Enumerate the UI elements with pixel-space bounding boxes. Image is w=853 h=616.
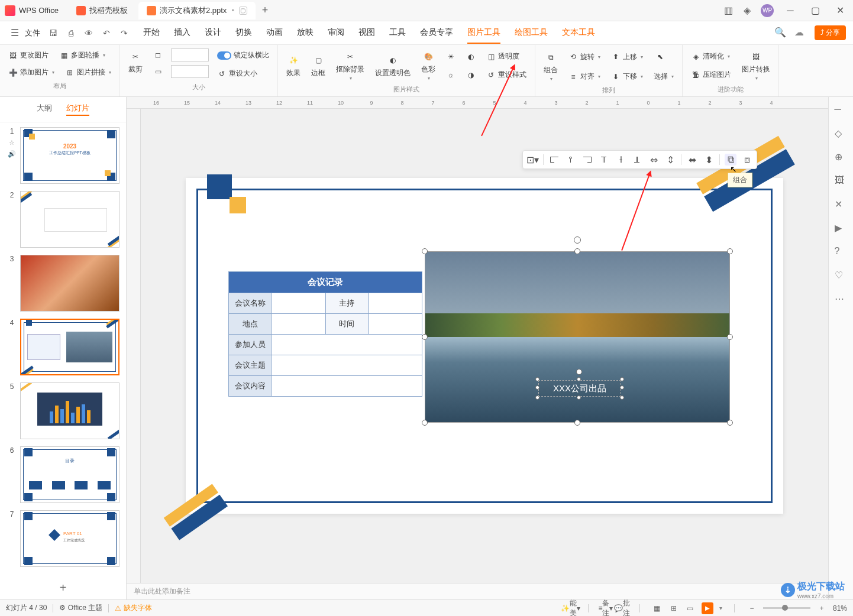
tab-template[interactable]: 找稻壳模板 [68,2,136,20]
resize-handle[interactable] [535,385,539,390]
theme-indicator[interactable]: ⚙ Office 主题 [59,603,102,613]
missing-font-warning[interactable]: ⚠ 缺失字体 [115,603,152,613]
view-sorter-icon[interactable]: ⊞ [668,603,679,614]
image-tools-icon[interactable]: 🖼 [835,175,848,188]
resize-handle[interactable] [422,420,428,426]
settings-icon[interactable]: ✕ [835,199,848,212]
tab-document[interactable]: 演示文稿素材2.pptx • ▢ [138,2,256,20]
ft-crop-icon[interactable]: ⊡▾ [526,154,538,166]
zoom-in-icon[interactable]: + [816,603,827,614]
zoom-out-icon[interactable]: − [747,603,757,614]
layout-icon[interactable]: ▥ [723,5,734,16]
add-picture-button[interactable]: ➕添加图片▾ [6,66,57,79]
search-icon[interactable]: 🔍 [774,27,787,40]
slide-thumb-3[interactable] [20,255,119,312]
convert-button[interactable]: 🖼图片转换▾ [739,48,773,83]
resize-handle[interactable] [574,248,580,254]
ft-dist-v-icon[interactable]: ⇕ [664,154,676,166]
palette-icon[interactable]: ◇ [835,128,848,141]
set-transparent-button[interactable]: ◐设置透明色 [373,52,413,80]
resize-handle[interactable] [620,395,624,400]
resize-handle[interactable] [535,395,539,400]
picture-join-button[interactable]: ⊞图片拼接▾ [63,66,114,79]
hamburger-icon[interactable]: ☰ [7,25,22,41]
crop-button[interactable]: ✂裁剪 [126,48,145,76]
slideshow-button[interactable]: ▶ [702,602,713,614]
minimize-button[interactable]: ─ [782,2,799,19]
resize-handle[interactable] [577,395,581,400]
notes-bar[interactable]: 单击此处添加备注 [127,583,828,599]
slide-thumb-5[interactable] [20,382,119,439]
cloud-icon[interactable]: ☁ [794,27,807,40]
user-avatar[interactable]: WP [761,4,774,17]
slide-thumb-4[interactable] [20,319,119,375]
meeting-table[interactable]: 会议记录 会议名称主持 地点时间 参加人员 会议主题 会议内容 [228,271,422,397]
menu-tab-member[interactable]: 会员专享 [420,22,453,44]
slide-thumb-7[interactable]: PART 01 工作完成情况 [20,510,119,567]
resize-handle[interactable] [574,420,580,426]
ft-align-center-icon[interactable]: ⫯ [565,154,577,166]
menu-tab-animation[interactable]: 动画 [266,22,283,44]
cube-icon[interactable]: ◈ [742,5,752,16]
more-icon[interactable]: ⋯ [835,293,848,306]
change-picture-button[interactable]: 🖼更改图片 [6,48,51,62]
help-icon[interactable]: ? [835,246,848,259]
resize-handle[interactable] [422,248,428,254]
file-menu[interactable]: 文件 [25,28,40,38]
media-icon[interactable]: ▶ [835,222,848,235]
ft-dist-h-icon[interactable]: ⇔ [648,154,660,166]
sharpen-button[interactable]: ◈清晰化▾ [689,50,734,63]
contrast-down-icon[interactable]: ◑ [464,69,478,82]
crop-shape-2[interactable]: ▭ [151,65,165,78]
crop-shape-1[interactable]: ◻ [151,48,165,61]
color-button[interactable]: 🎨色彩▾ [419,48,438,83]
comments-button[interactable]: 💬 批注 [617,603,628,614]
resize-handle[interactable] [422,334,428,340]
brightness-down-icon[interactable]: ☼ [444,69,458,82]
contrast-icon[interactable]: ◐ [464,50,478,63]
opacity-button[interactable]: ◫透明度 [484,50,522,63]
zoom-slider[interactable] [763,607,810,609]
close-button[interactable]: ✕ [832,2,848,19]
new-tab-button[interactable]: + [258,4,272,18]
slide-thumb-6[interactable]: 目录 [20,446,119,503]
resize-handle[interactable] [535,377,539,381]
add-slide-button[interactable]: + [60,581,67,595]
height-input[interactable] [171,48,209,61]
resize-handle[interactable] [727,334,733,340]
tab-close-icon[interactable]: ▢ [239,7,247,15]
resize-handle[interactable] [577,377,581,381]
preview-icon[interactable]: 👁 [82,26,96,40]
ft-align-top-icon[interactable]: ⫪ [598,154,610,166]
align-button[interactable]: ≡对齐▾ [566,70,603,83]
menu-tab-tools[interactable]: 工具 [389,22,406,44]
slides-list[interactable]: 1☆🔊 2023工作总结汇报PPT模板 2 [0,122,126,576]
ft-align-right-icon[interactable]: ⫎ [581,154,593,166]
rotate-handle[interactable] [576,369,582,375]
reset-size-button[interactable]: ↺重设大小 [215,67,272,80]
menu-tab-review[interactable]: 审阅 [328,22,344,44]
view-normal-icon[interactable]: ▦ [652,603,663,614]
ft-align-middle-icon[interactable]: ⫲ [615,154,626,166]
width-input[interactable] [171,65,209,78]
compress-button[interactable]: 🗜压缩图片 [689,68,734,82]
menu-tab-insert[interactable]: 插入 [174,22,190,44]
menu-tab-transition[interactable]: 切换 [235,22,252,44]
gift-icon[interactable]: ♡ [835,270,848,283]
move-up-button[interactable]: ⬆上移▾ [609,50,645,64]
menu-tab-design[interactable]: 设计 [205,22,221,44]
maximize-button[interactable]: ▢ [807,2,823,19]
slide-thumb-1[interactable]: 2023工作总结汇报PPT模板 [20,127,119,184]
resize-handle[interactable] [620,385,624,390]
outline-tab[interactable]: 大纲 [37,103,52,116]
menu-tab-draw-tools[interactable]: 绘图工具 [515,22,548,44]
magic-icon[interactable]: ⊕ [835,151,848,164]
remove-bg-button[interactable]: ✂抠除背景▾ [334,48,367,83]
brightness-icon[interactable]: ☀ [444,50,458,63]
resize-handle[interactable] [620,377,624,381]
group-button[interactable]: ⧉组合▾ [541,49,560,83]
menu-tab-slideshow[interactable]: 放映 [297,22,314,44]
effects-button[interactable]: ✨效果 [284,52,303,80]
lock-ratio-toggle[interactable]: 锁定纵横比 [215,48,272,62]
beautify-button[interactable]: ✨ 智能美化 ▾ [566,603,576,614]
